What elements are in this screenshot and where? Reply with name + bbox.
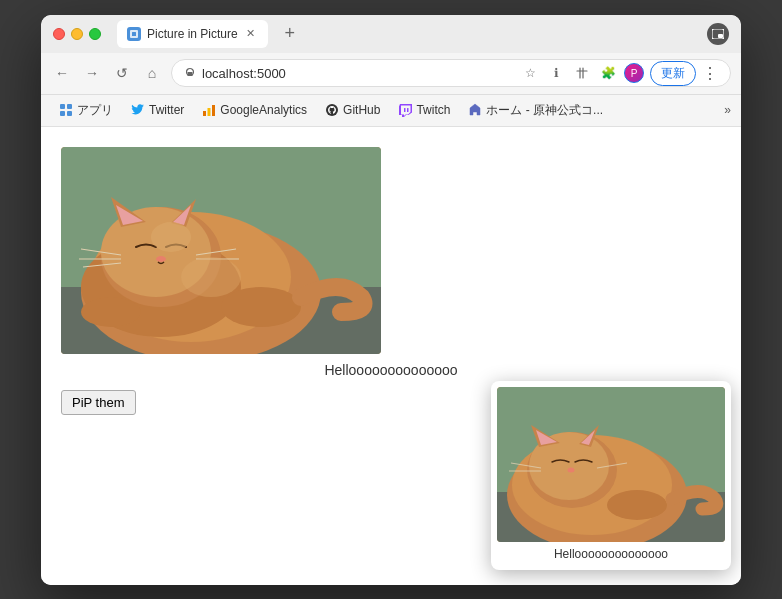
avatar[interactable]: P xyxy=(624,63,644,83)
reload-button[interactable]: ↺ xyxy=(111,62,133,84)
maximize-button[interactable] xyxy=(89,28,101,40)
tab-close-button[interactable]: ✕ xyxy=(244,27,258,41)
cat-image xyxy=(61,147,381,354)
bookmark-twitter[interactable]: Twitter xyxy=(123,100,192,120)
minimize-button[interactable] xyxy=(71,28,83,40)
menu-button[interactable]: ⋮ xyxy=(702,64,718,83)
tab-favicon xyxy=(127,27,141,41)
new-tab-button[interactable]: + xyxy=(276,20,304,48)
bookmark-analytics[interactable]: GoogleAnalytics xyxy=(194,100,315,120)
svg-rect-9 xyxy=(67,111,72,116)
home-bookmark-icon xyxy=(468,103,482,117)
apps-grid-icon xyxy=(59,103,73,117)
bookmark-github[interactable]: GitHub xyxy=(317,100,388,120)
svg-point-13 xyxy=(326,104,338,116)
bookmark-home[interactable]: ホーム - 原神公式コ... xyxy=(460,99,611,122)
analytics-label: GoogleAnalytics xyxy=(220,103,307,117)
url-bar[interactable]: localhost:5000 ☆ ℹ 🧩 P 更新 ⋮ xyxy=(171,59,731,87)
home-label: ホーム - 原神公式コ... xyxy=(486,102,603,119)
svg-rect-12 xyxy=(212,105,215,116)
lock-icon xyxy=(184,67,196,79)
puzzle-icon[interactable]: 🧩 xyxy=(598,63,618,83)
bookmarks-bar: アプリ Twitter GoogleAnalytics xyxy=(41,95,741,127)
twitter-icon xyxy=(131,103,145,117)
svg-rect-10 xyxy=(203,111,206,116)
svg-point-23 xyxy=(156,256,166,262)
pip-image xyxy=(497,387,725,542)
forward-button[interactable]: → xyxy=(81,62,103,84)
svg-rect-6 xyxy=(60,104,65,109)
title-bar: Picture in Picture ✕ + xyxy=(41,15,741,53)
tab-area: Picture in Picture ✕ + xyxy=(117,20,699,48)
pip-caption: Helloooooooooooooo xyxy=(497,547,725,564)
twitter-label: Twitter xyxy=(149,103,184,117)
address-icons: ☆ ℹ 🧩 P 更新 ⋮ xyxy=(520,61,718,86)
svg-rect-11 xyxy=(208,108,211,116)
close-button[interactable] xyxy=(53,28,65,40)
more-bookmarks-button[interactable]: » xyxy=(724,103,731,117)
svg-point-36 xyxy=(181,257,241,297)
back-button[interactable]: ← xyxy=(51,62,73,84)
active-tab[interactable]: Picture in Picture ✕ xyxy=(117,20,268,48)
address-bar: ← → ↺ ⌂ localhost:5000 ☆ ℹ 🧩 xyxy=(41,53,741,95)
update-button[interactable]: 更新 xyxy=(650,61,696,86)
github-icon xyxy=(325,103,339,117)
info-icon[interactable]: ℹ xyxy=(546,63,566,83)
svg-rect-8 xyxy=(60,111,65,116)
pip-overlay-window: Helloooooooooooooo xyxy=(491,381,731,570)
page-content: Helloooooooooooooo PiP them xyxy=(41,127,741,585)
tab-title: Picture in Picture xyxy=(147,27,238,41)
svg-rect-5 xyxy=(188,72,193,76)
svg-rect-15 xyxy=(404,108,406,112)
svg-rect-14 xyxy=(407,108,409,112)
svg-point-51 xyxy=(607,490,667,520)
image-caption: Helloooooooooooooo xyxy=(61,362,721,378)
svg-point-43 xyxy=(568,467,575,472)
browser-window: Picture in Picture ✕ + ← → ↺ ⌂ localhost… xyxy=(41,15,741,585)
bookmark-star-icon[interactable]: ☆ xyxy=(520,63,540,83)
bookmark-twitch[interactable]: Twitch xyxy=(390,100,458,120)
svg-point-28 xyxy=(221,287,301,327)
twitch-icon xyxy=(398,103,412,117)
svg-point-29 xyxy=(81,297,141,327)
extension-icon[interactable] xyxy=(572,63,592,83)
home-button[interactable]: ⌂ xyxy=(141,62,163,84)
analytics-icon xyxy=(202,103,216,117)
svg-rect-3 xyxy=(718,34,723,38)
apps-label: アプリ xyxy=(77,102,113,119)
svg-point-35 xyxy=(151,222,191,252)
bookmark-apps[interactable]: アプリ xyxy=(51,99,121,122)
pip-top-button[interactable] xyxy=(707,23,729,45)
url-text: localhost:5000 xyxy=(202,66,286,81)
traffic-lights xyxy=(53,28,101,40)
twitch-label: Twitch xyxy=(416,103,450,117)
pip-button[interactable]: PiP them xyxy=(61,390,136,415)
svg-rect-1 xyxy=(132,32,136,36)
github-label: GitHub xyxy=(343,103,380,117)
svg-rect-7 xyxy=(67,104,72,109)
